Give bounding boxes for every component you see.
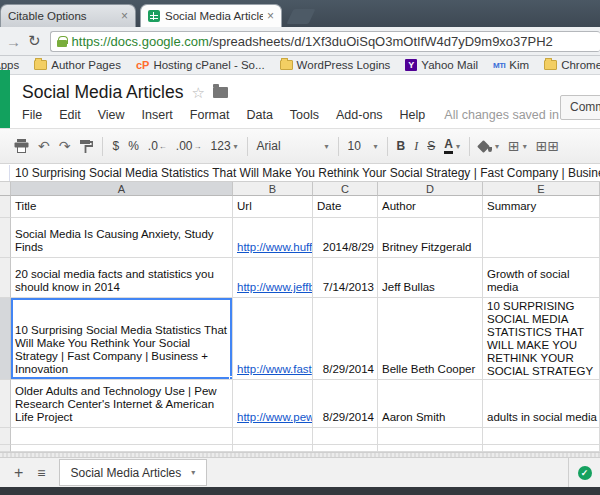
all-sheets-menu-icon[interactable]: ≡ — [37, 466, 44, 480]
row-header[interactable] — [0, 196, 11, 218]
cell-a5[interactable]: Older Adults and Technology Use | Pew Re… — [11, 380, 233, 428]
cell-b7[interactable] — [233, 445, 313, 452]
cell-c3[interactable]: 7/14/2013 — [313, 258, 378, 298]
cell-e6[interactable] — [483, 428, 600, 445]
cell-c5[interactable]: 8/29/2014 — [313, 380, 378, 428]
formula-input[interactable]: 10 Surprising Social Media Statistics Th… — [10, 166, 600, 180]
cell-d7[interactable] — [378, 445, 483, 452]
redo-button[interactable]: ↷ — [59, 138, 71, 154]
increase-decimal-button[interactable]: .00→ — [176, 139, 202, 153]
cell-a7[interactable] — [11, 445, 233, 452]
borders-button[interactable]: ⊞▾ — [508, 138, 527, 154]
cell-b4[interactable]: http://www.fast — [233, 298, 313, 380]
cell-c7[interactable] — [313, 445, 378, 452]
cell-d3[interactable]: Jeff Bullas — [378, 258, 483, 298]
cell-e2[interactable] — [483, 218, 600, 258]
row-header[interactable] — [0, 445, 11, 452]
column-header-c[interactable]: C — [313, 182, 378, 196]
menu-addons[interactable]: Add-ons — [336, 108, 383, 122]
move-to-folder-icon[interactable] — [213, 87, 228, 98]
menu-help[interactable]: Help — [400, 108, 426, 122]
row-header[interactable] — [0, 298, 11, 380]
bookmark-kim[interactable]: MTI Kim — [493, 59, 529, 71]
cell-d6[interactable] — [378, 428, 483, 445]
decrease-decimal-button[interactable]: .0← — [148, 139, 167, 153]
column-header-d[interactable]: D — [378, 182, 483, 196]
row-header[interactable] — [0, 258, 11, 298]
cell-c6[interactable] — [313, 428, 378, 445]
font-family-select[interactable]: Arial▾ — [257, 139, 329, 153]
comments-button[interactable]: Comments — [560, 95, 600, 120]
row-header[interactable] — [0, 380, 11, 428]
cell-link[interactable]: http://www.huff — [237, 241, 312, 254]
format-percent-button[interactable]: % — [128, 139, 139, 153]
more-formats-button[interactable]: 123▾ — [211, 139, 238, 153]
undo-button[interactable]: ↶ — [38, 138, 50, 154]
document-title[interactable]: Social Media Articles — [22, 82, 183, 103]
merge-cells-button[interactable]: ⊞⊞ — [536, 138, 559, 154]
forward-arrow-icon[interactable]: → — [6, 34, 21, 49]
bookmark-author-pages[interactable]: Author Pages — [34, 59, 121, 71]
menu-insert[interactable]: Insert — [142, 108, 173, 122]
cell-link[interactable]: http://www.pew — [237, 411, 313, 424]
browser-tab-active-sheet[interactable]: Social Media Articles - Go × — [140, 4, 282, 27]
cell-a1[interactable]: Title — [11, 196, 233, 218]
cell-link[interactable]: http://www.jeffb — [237, 281, 313, 294]
menu-file[interactable]: File — [22, 108, 42, 122]
cell-a3[interactable]: 20 social media facts and statistics you… — [11, 258, 233, 298]
add-sheet-button[interactable]: + — [14, 465, 23, 481]
grid-corner[interactable] — [0, 182, 11, 196]
column-header-e[interactable]: E — [483, 182, 600, 196]
fill-color-button[interactable]: ▾ — [479, 140, 499, 152]
menu-edit[interactable]: Edit — [59, 108, 81, 122]
italic-button[interactable]: I — [414, 139, 418, 154]
cell-a6[interactable] — [11, 428, 233, 445]
bold-button[interactable]: B — [397, 139, 406, 153]
cell-d4[interactable]: Belle Beth Cooper — [378, 298, 483, 380]
cell-e4[interactable]: 10 SURPRISING SOCIAL MEDIA STATISTICS TH… — [483, 298, 600, 380]
bookmark-chrome-extensions[interactable]: Chrome Extensions — [544, 59, 600, 71]
cell-link[interactable]: http://www.fast — [237, 363, 312, 376]
column-header-b[interactable]: B — [233, 182, 313, 196]
cell-b1[interactable]: Url — [233, 196, 313, 218]
address-bar[interactable]: https://docs.google.com/spreadsheets/d/1… — [50, 31, 600, 52]
new-tab-button[interactable] — [287, 9, 316, 24]
menu-view[interactable]: View — [98, 108, 125, 122]
strikethrough-button[interactable]: S — [427, 139, 435, 153]
text-color-button[interactable]: A▾ — [444, 138, 460, 154]
tab-close-icon[interactable]: × — [267, 9, 274, 23]
cell-e7[interactable] — [483, 445, 600, 452]
cell-c4[interactable]: 8/29/2014 — [313, 298, 378, 380]
cell-b6[interactable] — [233, 428, 313, 445]
sheet-tab-social-media-articles[interactable]: Social Media Articles ▾ — [59, 459, 208, 486]
column-header-a[interactable]: A — [11, 182, 233, 196]
tab-close-icon[interactable]: × — [121, 9, 128, 23]
bookmark-hosting-cpanel[interactable]: cP Hosting cPanel - So... — [136, 59, 265, 71]
cell-b2[interactable]: http://www.huff — [233, 218, 313, 258]
browser-tab-citable-options[interactable]: Citable Options × — [0, 4, 136, 27]
cell-d1[interactable]: Author — [378, 196, 483, 218]
menu-tools[interactable]: Tools — [290, 108, 319, 122]
fill-handle[interactable] — [229, 376, 233, 380]
cell-d5[interactable]: Aaron Smith — [378, 380, 483, 428]
cell-c1[interactable]: Date — [313, 196, 378, 218]
cell-a4-selected[interactable]: 10 Surprising Social Media Statistics Th… — [11, 298, 233, 380]
cell-a2[interactable]: Social Media Is Causing Anxiety, Study F… — [11, 218, 233, 258]
menu-format[interactable]: Format — [190, 108, 230, 122]
print-button[interactable] — [14, 139, 29, 153]
reload-icon[interactable]: ↻ — [28, 32, 41, 50]
cell-b3[interactable]: http://www.jeffb — [233, 258, 313, 298]
name-box[interactable] — [0, 165, 10, 181]
cell-e5[interactable]: adults in social media — [483, 380, 600, 428]
cell-c2[interactable]: 2014/8/29 — [313, 218, 378, 258]
bookmark-yahoo-mail[interactable]: Y Yahoo Mail — [405, 59, 478, 71]
row-header[interactable] — [0, 428, 11, 445]
format-currency-button[interactable]: $ — [112, 139, 119, 153]
cell-d2[interactable]: Britney Fitzgerald — [378, 218, 483, 258]
paint-format-button[interactable] — [79, 139, 93, 153]
cell-e1[interactable]: Summary — [483, 196, 600, 218]
cell-b5[interactable]: http://www.pew — [233, 380, 313, 428]
cell-e3[interactable]: Growth of social media — [483, 258, 600, 298]
row-header[interactable] — [0, 218, 11, 258]
star-icon[interactable]: ☆ — [191, 84, 204, 102]
